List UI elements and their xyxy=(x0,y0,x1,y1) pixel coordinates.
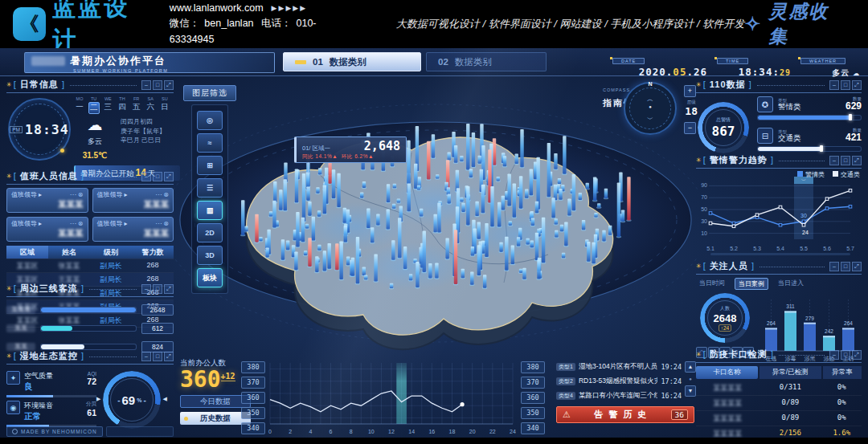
weather-summary: ☁ 多云 31.5℃ xyxy=(74,117,116,161)
window-icon[interactable]: □ xyxy=(153,172,162,181)
minimize-icon[interactable]: – xyxy=(141,172,151,181)
title-divider xyxy=(89,287,137,290)
alert-item[interactable]: 类型4某路口有小汽车连闯三个红灯16:24 xyxy=(556,390,682,401)
tool-list-icon[interactable]: ☰ xyxy=(197,178,223,198)
tool-bar-chart-icon[interactable]: ▥ xyxy=(197,201,223,220)
window-icon[interactable]: □ xyxy=(153,284,162,294)
expand-icon[interactable]: ⤢ xyxy=(164,80,174,90)
focus-tab[interactable]: 当日进入 xyxy=(775,278,807,290)
checkpoint-row[interactable]: 某某某某2/1561.6% xyxy=(696,426,862,438)
tool-grid-icon[interactable]: ⊞ xyxy=(197,156,223,175)
tool-blocks-icon[interactable]: 板块 xyxy=(197,268,223,287)
window-icon[interactable]: □ xyxy=(841,350,850,360)
weekday-cell[interactable]: SU日 xyxy=(159,96,170,114)
duty-leader-card[interactable]: 值班领导▸⋯⊗某某某 xyxy=(6,188,88,213)
compass-widget: COMPASS 指南针 N ︿ ● ﹀ + 层级18 − xyxy=(603,80,696,149)
expand-icon[interactable]: ⤢ xyxy=(852,156,862,165)
table-cell: 某某区 xyxy=(6,259,48,272)
minimize-icon[interactable]: – xyxy=(141,80,151,90)
table-row[interactable]: 某某区张某某副局长268 xyxy=(6,259,174,273)
focus-tab[interactable]: 当日案例 xyxy=(735,278,768,290)
window-icon[interactable]: □ xyxy=(153,80,162,90)
title-divider xyxy=(70,84,137,86)
panel-110-data: ✳110数据–□⤢ 总警情867 ✪类型警情类数量629⊟类型交通类数量421 xyxy=(696,79,862,153)
alert-item[interactable]: 类型2RD13-53烟感报警疑似火灾17:24 xyxy=(556,376,682,387)
expand-icon[interactable]: ⤢ xyxy=(164,172,174,181)
window-icon[interactable]: □ xyxy=(153,352,162,361)
weather-icon: ☁ xyxy=(74,117,116,132)
close-icon[interactable]: ⊗ xyxy=(78,220,84,227)
col-checkpoint-name[interactable]: 卡口名称 xyxy=(696,366,758,379)
weekday-cell[interactable]: SA六 xyxy=(145,96,156,114)
duty-leader-card[interactable]: 值班领导▸⋯⊗某某某 xyxy=(6,217,88,242)
alert-history-button[interactable]: ⚠ 告警历史 36 xyxy=(556,406,694,423)
legend-item[interactable]: 交通类 xyxy=(833,170,860,179)
minimize-icon[interactable]: – xyxy=(829,80,839,90)
checkpoint-row[interactable]: 某某某某0/3110% xyxy=(696,381,862,396)
checkpoint-row[interactable]: 某某某某0/890% xyxy=(696,396,862,411)
title-star-icon: ✳ xyxy=(6,285,12,292)
expand-icon[interactable]: ⤢ xyxy=(852,350,862,360)
window-icon[interactable]: □ xyxy=(841,262,850,271)
scroll-up-icon[interactable]: ▲ xyxy=(685,361,696,373)
weekday-cell[interactable]: TU二 xyxy=(88,96,100,114)
column-header[interactable]: 区域 xyxy=(6,246,48,259)
duty-leader-card[interactable]: 值班领导▸⋯⊗某某某 xyxy=(92,188,174,213)
expand-icon[interactable]: ⤢ xyxy=(852,80,862,90)
close-icon[interactable]: ⊗ xyxy=(78,191,84,198)
tool-view-3d-icon[interactable]: 3D xyxy=(197,246,223,265)
window-icon[interactable]: □ xyxy=(841,156,850,165)
expand-icon[interactable]: ⤢ xyxy=(164,352,174,361)
legend-item[interactable]: 警情类 xyxy=(797,170,825,179)
checkpoint-row[interactable]: 某某某某0/890% xyxy=(696,411,862,426)
website-link[interactable]: www.lanlanwork.com xyxy=(170,1,264,16)
close-icon[interactable]: ⊗ xyxy=(163,191,169,198)
tool-view-2d-icon[interactable]: 2D xyxy=(197,223,223,242)
tab-data-category-1[interactable]: 01 数据类别 xyxy=(283,52,421,71)
minimize-icon[interactable]: – xyxy=(829,350,839,360)
tool-signal-icon[interactable]: ≈ xyxy=(197,133,223,153)
col-abnormal-checked[interactable]: 异常/已检测 xyxy=(760,366,821,379)
checkpoint-ratio: 2/156 xyxy=(759,429,821,438)
expand-icon[interactable]: ⤢ xyxy=(852,262,862,271)
sparkle-icon: ✧ xyxy=(744,13,762,35)
focus-count-circle: 人数2648↑24 xyxy=(700,293,750,343)
checkpoint-rate: 0% xyxy=(822,413,862,424)
weekday-cell[interactable]: MO一 xyxy=(74,96,85,114)
col-abnormal-rate[interactable]: 异常率 xyxy=(823,366,862,379)
tab-data-category-2[interactable]: 02 数据类别 xyxy=(426,52,547,71)
more-icon[interactable]: ⋯ xyxy=(70,191,76,198)
history-data-button[interactable]: 历史数据 xyxy=(180,412,251,425)
minimize-icon[interactable]: – xyxy=(829,262,839,271)
close-icon[interactable]: ⊗ xyxy=(163,220,169,227)
expand-icon[interactable]: ⤢ xyxy=(164,284,174,294)
alert-text: 湿地3-104片区有不明人员闯入 xyxy=(579,362,658,372)
zoom-in-button[interactable]: + xyxy=(684,85,696,97)
more-icon[interactable]: ⋯ xyxy=(70,220,76,227)
minimize-icon[interactable]: – xyxy=(141,352,151,361)
analog-clock: PM18:34 xyxy=(8,98,71,161)
minimize-icon[interactable]: – xyxy=(141,284,151,294)
inspiration-collect[interactable]: ✧ 灵感收集 xyxy=(744,0,847,49)
window-icon[interactable]: □ xyxy=(841,80,850,90)
title-star-icon: ✳ xyxy=(696,351,702,358)
y-axis-labels-left: 380370360350340 xyxy=(241,361,265,438)
column-header[interactable]: 警力数 xyxy=(132,246,174,259)
scroll-down-icon[interactable]: ▼ xyxy=(685,385,696,397)
weekday-cell[interactable]: WE三 xyxy=(102,96,113,114)
today-data-button[interactable]: 今日数据 xyxy=(180,395,251,408)
zoom-level: 层级18 xyxy=(685,100,698,117)
weekday-cell[interactable]: FR五 xyxy=(131,96,142,114)
compass-dial[interactable]: N ︿ ● ﹀ xyxy=(624,82,677,135)
column-header[interactable]: 级别 xyxy=(90,246,132,259)
focus-tab[interactable]: 当日时间 xyxy=(696,278,728,290)
minimize-icon[interactable]: – xyxy=(829,156,839,165)
more-icon[interactable]: ⋯ xyxy=(155,220,162,227)
more-icon[interactable]: ⋯ xyxy=(155,191,162,198)
tool-camera-icon[interactable]: ◎ xyxy=(197,111,223,130)
weekday-cell[interactable]: TH四 xyxy=(117,96,128,114)
column-header[interactable]: 姓名 xyxy=(48,246,90,259)
duty-leader-card[interactable]: 值班领导▸⋯⊗某某某 xyxy=(92,217,174,242)
zoom-out-button[interactable]: − xyxy=(684,122,696,134)
alert-item[interactable]: 类型1湿地3-104片区有不明人员闯入19:24 xyxy=(556,361,682,373)
